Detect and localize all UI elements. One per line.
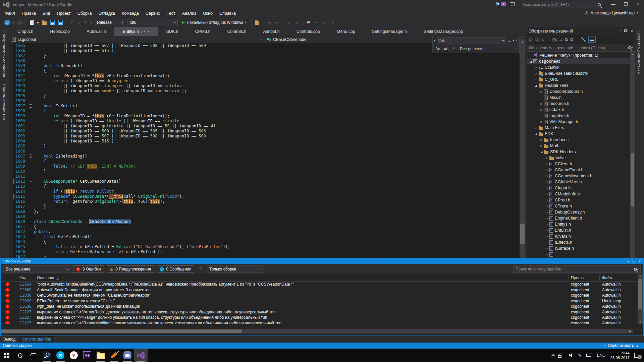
error-list-horizontal-scrollbar[interactable]: ▶ — [1, 329, 633, 334]
expander-icon[interactable]: ▷ — [539, 90, 543, 93]
collapse-all-icon[interactable]: ⧉ — [565, 37, 568, 42]
code-line[interactable]: 1587 } — [9, 53, 520, 58]
scrollbar-thumb[interactable] — [631, 153, 634, 206]
expander-icon[interactable]: ▷ — [545, 157, 549, 160]
code-line[interactable]: 1618}; — [9, 209, 520, 214]
tree-scrollbar[interactable]: ▲ — [630, 52, 635, 258]
code-line[interactable]: 1622public: — [9, 229, 520, 234]
close-panel-icon[interactable]: × — [631, 29, 633, 34]
menu-Команда[interactable]: Команда — [118, 9, 142, 17]
expander-icon[interactable]: ▷ — [545, 235, 549, 238]
taskbar-injector-icon[interactable] — [107, 349, 121, 362]
redo-dropdown[interactable]: ▾ — [89, 19, 93, 26]
step-over-icon[interactable]: ⇥ — [265, 19, 273, 26]
tree-item-SDK[interactable]: ◢SDK — [527, 131, 630, 137]
save-all-button[interactable] — [57, 19, 64, 26]
tree-item-Valve[interactable]: ▷Valve — [527, 155, 630, 161]
expander-icon[interactable]: ▷ — [545, 163, 549, 166]
tree-item-ConsoleColours.h[interactable]: ▷hConsoleColours.h — [527, 88, 630, 95]
error-code-link[interactable]: C2664 — [19, 282, 31, 287]
code-line[interactable]: 1621{ — [9, 224, 520, 229]
new-file-dropdown[interactable]: ▾ — [36, 19, 40, 26]
fold-collapse-icon[interactable]: − — [29, 104, 32, 108]
code-line[interactable]: 1626 return GetFieldValue< bool >( m_bPi… — [9, 249, 520, 254]
document-tab[interactable]: SettingsManager.cpp — [415, 27, 471, 36]
tree-item-CPred.h[interactable]: ▷hCPred.h — [527, 197, 630, 203]
taskbar-search-icon[interactable] — [13, 349, 27, 362]
error-row[interactable]: ✕C2039GetCSWpnData: не является членом "… — [1, 293, 633, 298]
language-indicator[interactable]: ENG — [597, 353, 605, 358]
code-line[interactable]: 1591 int iWeaponID = *this->GetItemDefin… — [9, 73, 520, 78]
errors-filter-toggle[interactable]: ✕ 9 Ошибки — [73, 265, 104, 273]
tree-item-csgocheat[interactable]: ◢csgocheat — [527, 58, 630, 64]
touch-keyboard-icon[interactable] — [586, 354, 592, 357]
menu-Сервис[interactable]: Сервис — [142, 9, 163, 17]
outdent-icon[interactable]: ≡ — [293, 19, 301, 26]
close-panel-icon[interactable]: × — [639, 259, 641, 263]
menu-Справка[interactable]: Справка — [216, 9, 239, 17]
network-icon[interactable] — [559, 354, 564, 357]
code-line[interactable]: 1625 static int m_bPinPulled = Netvar(("… — [9, 244, 520, 249]
code-line[interactable]: 1602 || iWeaponID == 500 || iWeaponID ==… — [9, 129, 520, 134]
tree-item-ICVars.h[interactable]: ▷hICVars.h — [527, 233, 630, 239]
fold-collapse-icon[interactable]: − — [29, 220, 32, 223]
code-line[interactable]: 1604 || iWeaponID == 515 ); — [9, 139, 520, 144]
code-line[interactable]: 1594 || iWeaponID == smoke || iWeaponID … — [9, 88, 520, 94]
column-project[interactable]: Проект — [571, 276, 584, 280]
menu-Правка[interactable]: Правка — [18, 9, 39, 17]
scrollbar-thumb[interactable] — [638, 279, 642, 309]
code-line[interactable]: 1601 || iWeaponID == goldknife || iWeapo… — [9, 124, 520, 129]
error-row[interactable]: ✕C2664"bool Autowall::HandleBulletPen(CC… — [1, 282, 633, 287]
show-hidden-icons-chevron[interactable] — [551, 354, 555, 358]
expander-icon[interactable]: ▷ — [539, 144, 543, 147]
expander-icon[interactable]: ▷ — [534, 126, 538, 129]
find-next-dropdown-icon[interactable]: ▾ — [513, 39, 514, 42]
tree-item-C_URL[interactable]: C_URL — [527, 76, 630, 82]
navigate-back-dropdown[interactable]: ▾ — [11, 19, 15, 26]
indent-icon[interactable]: ≡ — [285, 19, 292, 26]
error-code-link[interactable]: C3536 — [19, 304, 31, 309]
menu-Анализ[interactable]: Анализ — [179, 9, 200, 17]
document-tab[interactable]: Entitys.h× — [114, 27, 158, 36]
error-code-link[interactable]: C2039 — [19, 299, 31, 303]
tree-item-IEffects.h[interactable]: hIEffects.h — [527, 239, 630, 245]
tree-item-CTrace.h[interactable]: ▷hCTrace.h — [527, 203, 630, 209]
document-tab[interactable]: Hooks.cpp — [42, 27, 78, 36]
splitter-handle[interactable]: ⊥ — [520, 36, 525, 40]
undo-button[interactable]: ↶ — [68, 19, 76, 26]
tree-item-EntList.h[interactable]: ▷hEntList.h — [527, 227, 630, 233]
tree-item-resource.h[interactable]: ▷hresource.h — [527, 101, 630, 107]
toolbox-tab[interactable]: Панель элементов — [0, 80, 8, 123]
pen-icon[interactable]: ✎ — [578, 353, 582, 358]
code-line[interactable]: 1606 — [9, 149, 520, 154]
project-scope-dropdown[interactable]: csgocheat▾ — [9, 36, 264, 43]
editor-vertical-scrollbar[interactable]: ⊥ ▲ — [520, 36, 525, 258]
start-debug-button[interactable]: Локальный отладчик Windows▾ — [179, 20, 249, 25]
code-line[interactable]: 1615 typedef CCSWeaponData*(__thiscall* … — [9, 194, 520, 199]
expander-icon[interactable]: ▷ — [545, 199, 549, 202]
tree-item-VMTManager.h[interactable]: ▷hVMTManager.h — [527, 119, 630, 125]
expander-icon[interactable]: ▷ — [545, 211, 549, 214]
scroll-up-icon[interactable]: ▲ — [520, 40, 525, 45]
tree-item-CModelInfo.h[interactable]: ▷hCModelInfo.h — [527, 191, 630, 197]
window-position-icon[interactable]: ▾ — [627, 259, 629, 263]
expander-icon[interactable]: ▷ — [534, 66, 538, 69]
configuration-select[interactable]: Release▾ — [95, 19, 125, 26]
error-row[interactable]: ✕C2227выражение слева от "->flRangeModif… — [1, 320, 633, 324]
fold-collapse-icon[interactable]: − — [29, 235, 32, 238]
taskbar-task-view-icon[interactable] — [27, 349, 40, 362]
scroll-up-icon[interactable]: ▲ — [630, 52, 635, 57]
taskbar-visual-studio-icon[interactable] — [134, 349, 148, 362]
fold-collapse-icon[interactable]: − — [29, 180, 32, 183]
scroll-right-icon[interactable]: ▶ — [629, 330, 631, 333]
expander-icon[interactable]: ▷ — [545, 253, 549, 256]
error-list-vertical-scrollbar[interactable]: ▲ ▼ — [638, 274, 643, 324]
code-line[interactable]: 1627 } — [9, 254, 520, 258]
find-history-dropdown-icon[interactable]: ▾ — [503, 39, 504, 42]
warnings-filter-toggle[interactable]: ⚠ 0 Предупреждения — [107, 265, 154, 273]
code-line[interactable]: 1597− bool IsKnife() — [9, 104, 520, 109]
code-line[interactable]: 1596 — [9, 99, 520, 104]
error-code-link[interactable]: C2227 — [19, 321, 31, 324]
taskbar-skype-icon[interactable]: S — [54, 349, 67, 362]
tree-item-stdafx.h[interactable]: ▷hstdafx.h — [527, 107, 630, 113]
